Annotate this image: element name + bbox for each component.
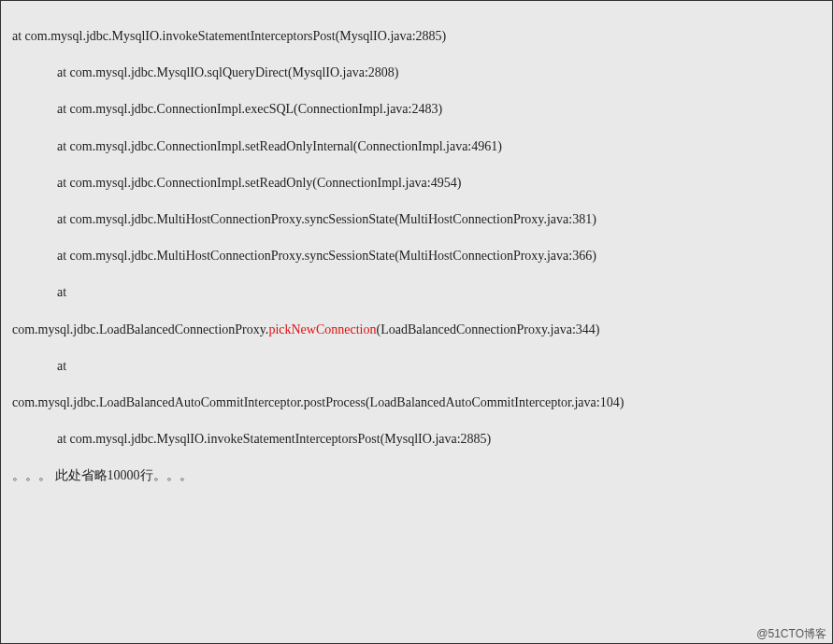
stacktrace-line-9-prefix: com.mysql.jdbc.LoadBalancedConnectionPro… (12, 322, 268, 336)
stacktrace-line-10-at: at (12, 348, 821, 384)
stacktrace-line-6: at com.mysql.jdbc.MultiHostConnectionPro… (12, 201, 821, 237)
stacktrace-line-5: at com.mysql.jdbc.ConnectionImpl.setRead… (12, 165, 821, 201)
stacktrace-line-9-suffix: (LoadBalancedConnectionProxy.java:344) (376, 322, 599, 336)
stacktrace-line-4: at com.mysql.jdbc.ConnectionImpl.setRead… (12, 128, 821, 165)
stacktrace-line-9-highlight: pickNewConnection (268, 322, 376, 336)
watermark-text: @51CTO博客 (756, 628, 826, 639)
stacktrace-line-7: at com.mysql.jdbc.MultiHostConnectionPro… (12, 237, 821, 274)
stacktrace-line-9: com.mysql.jdbc.LoadBalancedConnectionPro… (12, 311, 821, 348)
stacktrace-line-12: at com.mysql.jdbc.MysqlIO.invokeStatemen… (12, 421, 821, 457)
stacktrace-line-2: at com.mysql.jdbc.MysqlIO.sqlQueryDirect… (12, 54, 821, 91)
stacktrace-line-3: at com.mysql.jdbc.ConnectionImpl.execSQL… (12, 91, 821, 127)
stacktrace-line-11: com.mysql.jdbc.LoadBalancedAutoCommitInt… (12, 384, 821, 421)
stacktrace-ellipsis: 。。。 此处省略10000行。。。 (12, 457, 821, 494)
stacktrace-line-8-at: at (12, 274, 821, 310)
stacktrace-line-1: at com.mysql.jdbc.MysqlIO.invokeStatemen… (12, 18, 821, 54)
